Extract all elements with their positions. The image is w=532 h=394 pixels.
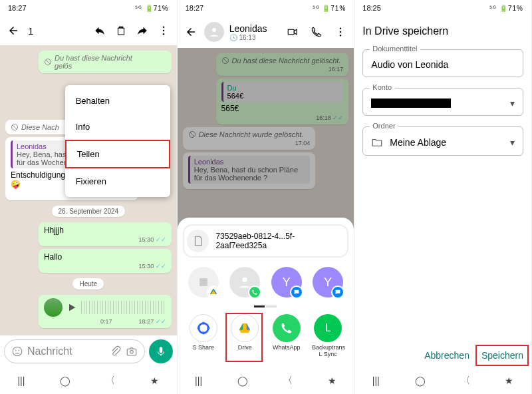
- svg-rect-18: [200, 278, 207, 286]
- app-drive[interactable]: Drive: [229, 314, 261, 358]
- more-icon[interactable]: [154, 21, 173, 40]
- deleted-out-msg: Du hast diese Nachrichtgelös: [44, 54, 166, 70]
- svg-point-5: [13, 347, 22, 356]
- android-nav: |||◯〈★: [354, 367, 531, 394]
- svg-point-13: [340, 28, 341, 29]
- input-bar: Nachricht: [0, 335, 177, 367]
- mic-button[interactable]: [149, 339, 173, 363]
- chevron-down-icon: ▾: [510, 137, 515, 148]
- status-icons: ⁵ᴳ 🔋71%: [135, 5, 169, 12]
- share-contact[interactable]: Y: [271, 267, 302, 297]
- nav-back-icon[interactable]: 〈: [106, 375, 115, 387]
- menu-keep[interactable]: Behalten: [65, 88, 170, 114]
- svg-point-6: [15, 350, 17, 351]
- share-contact[interactable]: [188, 267, 219, 297]
- svg-point-1: [162, 30, 164, 31]
- android-nav: |||◯〈★: [178, 367, 354, 394]
- svg-rect-8: [127, 349, 136, 355]
- android-nav: ||| ◯ 〈 ★: [0, 367, 177, 394]
- file-preview: 73529aeb-0812-4...5f-2aaf7eed325a: [183, 224, 349, 258]
- file-icon: [192, 235, 204, 247]
- back-icon[interactable]: [4, 21, 23, 40]
- document-title-field[interactable]: Dokumenttitel Audio von Leonida: [362, 49, 523, 77]
- nav-accessibility-icon[interactable]: ★: [150, 375, 159, 386]
- account-field[interactable]: Konto ▾: [362, 88, 523, 116]
- menu-info[interactable]: Info: [65, 114, 170, 140]
- avatar[interactable]: [204, 22, 224, 42]
- page-title: In Drive speichern: [362, 25, 523, 37]
- back-icon[interactable]: [182, 23, 200, 41]
- camera-icon[interactable]: [126, 345, 138, 357]
- share-contact[interactable]: Y: [313, 267, 343, 297]
- video-call-icon[interactable]: [283, 23, 302, 41]
- app-backuptrans[interactable]: LBackuptrans L Sync: [312, 314, 344, 358]
- svg-point-0: [162, 27, 164, 28]
- file-name: 73529aeb-0812-4...5f-2aaf7eed325a: [215, 232, 344, 250]
- avatar: [44, 298, 63, 317]
- forward-icon[interactable]: [133, 21, 152, 40]
- share-sheet: 73529aeb-0812-4...5f-2aaf7eed325a Y Y S …: [178, 218, 354, 367]
- svg-point-9: [130, 351, 133, 354]
- more-icon[interactable]: [331, 23, 350, 41]
- chevron-down-icon: ▾: [510, 98, 515, 108]
- voice-message[interactable]: 0:17 18:27 ✓✓: [39, 295, 172, 328]
- svg-point-15: [340, 35, 341, 36]
- chat-header: Leonidas 🕓 16:13: [178, 16, 354, 48]
- status-bar: 18:27 ⁵ᴳ 🔋71%: [0, 0, 177, 16]
- account-redacted: [371, 98, 451, 108]
- call-icon[interactable]: [307, 23, 326, 41]
- svg-point-19: [243, 278, 247, 282]
- share-contact[interactable]: [229, 267, 260, 297]
- svg-point-2: [162, 33, 164, 35]
- status-bar: 18:27 ⁵ᴳ 🔋71%: [178, 0, 354, 16]
- nav-home-icon[interactable]: ◯: [60, 375, 70, 386]
- contact-name[interactable]: Leonidas: [229, 23, 280, 34]
- folder-field[interactable]: Ordner Meine Ablage ▾: [362, 126, 523, 156]
- nav-recent-icon[interactable]: |||: [17, 375, 25, 386]
- svg-point-7: [19, 350, 20, 351]
- svg-point-11: [212, 28, 216, 32]
- last-seen: 🕓 16:13: [229, 34, 280, 41]
- attach-icon[interactable]: [110, 345, 122, 357]
- emoji-icon[interactable]: [11, 345, 23, 357]
- svg-point-14: [340, 31, 341, 33]
- play-icon[interactable]: [66, 302, 77, 313]
- app-sshare[interactable]: S Share: [188, 314, 219, 358]
- date-chip: 26. September 2024: [52, 206, 126, 217]
- folder-icon: [371, 136, 383, 148]
- status-bar: 18:25 ⁵ᴳ 🔋71%: [354, 0, 531, 16]
- message-input[interactable]: Nachricht: [4, 339, 145, 363]
- cancel-button[interactable]: Abbrechen: [424, 350, 469, 361]
- selection-count: 1: [28, 25, 33, 37]
- svg-rect-10: [159, 347, 162, 353]
- svg-point-20: [199, 323, 209, 333]
- context-menu: Behalten Info Teilen Fixieren: [65, 85, 170, 197]
- menu-share[interactable]: Teilen: [65, 140, 170, 168]
- menu-pin[interactable]: Fixieren: [65, 168, 170, 194]
- app-whatsapp[interactable]: WhatsApp: [271, 314, 303, 358]
- trash-icon[interactable]: [112, 21, 130, 40]
- selection-header: 1: [0, 16, 177, 45]
- svg-rect-12: [289, 29, 295, 35]
- date-chip-today: Heute: [72, 278, 104, 290]
- status-time: 18:27: [8, 4, 27, 12]
- reply-icon[interactable]: [90, 21, 109, 40]
